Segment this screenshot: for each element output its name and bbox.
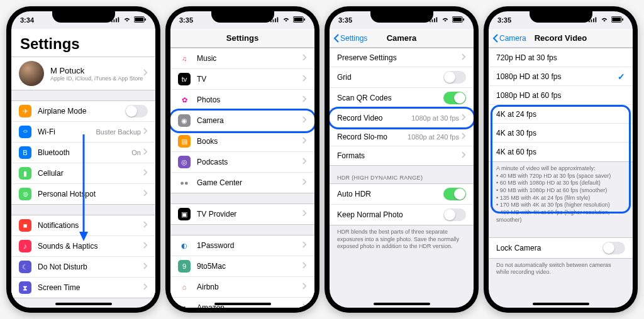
back-button[interactable]: Camera [492,34,526,43]
cell-1080p-hd-at-60-fps[interactable]: 1080p HD at 60 fps [489,86,633,105]
cell-formats[interactable]: Formats [330,146,474,165]
cell-tv-provider[interactable]: ▣TV Provider [170,204,314,224]
cell-detail: On [131,149,141,156]
cell-do-not-disturb[interactable]: ☾Do Not Disturb [11,257,155,278]
cell-label: Personal Hotspot [38,190,143,198]
battery-icon [611,16,624,24]
phone-3: 3:35 Settings Camera Preserve SettingsGr… [325,6,479,313]
cell-4k-at-30-fps[interactable]: 4K at 30 fps [489,124,633,143]
cell-books[interactable]: ▤Books [170,131,314,152]
cell-keep-normal-photo[interactable]: Keep Normal Photo [330,205,474,225]
home-indicator[interactable] [214,303,271,305]
toggle[interactable] [443,92,466,104]
cell-label: TV Provider [197,210,303,219]
phone-1: 3:34 Settings M Potuck Apple ID, iCloud,… [6,6,160,313]
app-icon: ♫ [178,52,191,65]
cell-tv[interactable]: tvTV [170,69,314,90]
app-icon: ⌔ [19,126,31,138]
svg-rect-29 [622,18,623,21]
chevron-right-icon [303,178,307,187]
svg-rect-11 [275,18,276,22]
app-icon: tv [178,73,191,85]
chevron-right-icon [143,127,148,136]
status-time: 3:35 [179,16,193,24]
cell-label: Podcasts [197,158,303,166]
cell-4k-at-24-fps[interactable]: 4K at 24 fps [489,105,633,124]
back-label: Settings [340,34,367,43]
cell-720p-hd-at-30-fps[interactable]: 720p HD at 30 fps [489,48,633,67]
status-time: 3:34 [20,16,34,24]
cell-label: Airbnb [197,283,303,291]
home-indicator[interactable] [533,303,589,305]
svg-rect-25 [593,18,594,22]
cell-podcasts[interactable]: ◎Podcasts [170,152,314,173]
home-indicator[interactable] [55,303,112,305]
settings-apps[interactable]: ♫MusictvTV✿Photos◉Camera▤Books◎Podcasts●… [170,48,314,308]
cell-game-center[interactable]: ●●Game Center [170,173,314,193]
toggle[interactable] [602,242,625,254]
cell-1password[interactable]: ◐1Password [170,235,314,256]
cell-9to5mac[interactable]: 99to5Mac [170,256,314,277]
avatar [19,61,44,86]
svg-rect-17 [432,19,433,22]
cell-record-slo-mo[interactable]: Record Slo-mo1080p at 240 fps [330,127,474,146]
cell-4k-at-60-fps[interactable]: 4K at 60 fps [489,143,633,161]
cell-notifications[interactable]: ■Notifications [11,215,155,236]
chevron-right-icon [143,283,148,292]
cell-scan-qr-codes[interactable]: Scan QR Codes [330,88,474,109]
cell-1080p-hd-at-30-fps[interactable]: 1080p HD at 30 fps✓ [489,67,633,86]
chevron-right-icon [303,54,307,63]
apple-id-cell[interactable]: M Potuck Apple ID, iCloud, iTunes & App … [11,57,155,90]
cell-preserve-settings[interactable]: Preserve Settings [330,48,474,67]
nav-bar: Settings Camera [330,29,474,48]
toggle[interactable] [443,188,466,200]
home-indicator[interactable] [374,303,430,305]
hdr-header: HDR (HIGH DYNAMIC RANGE) [330,166,474,183]
toggle[interactable] [443,71,466,84]
cell-label: Game Center [197,178,303,187]
profile-name: M Potuck [50,66,143,75]
back-label: Camera [499,34,526,43]
cell-music[interactable]: ♫Music [170,48,314,69]
toggle[interactable] [125,105,148,117]
app-icon: ✈ [19,105,31,117]
app-icon: ⌂ [178,281,191,293]
chevron-right-icon [303,116,307,125]
cell-screen-time[interactable]: ⧗Screen Time [11,278,155,298]
chevron-right-icon [303,137,307,146]
cell-photos[interactable]: ✿Photos [170,90,314,111]
chevron-right-icon [462,114,466,122]
cell-camera[interactable]: ◉Camera [170,111,314,131]
cell-sounds-haptics[interactable]: ♪Sounds & Haptics [11,236,155,257]
app-icon: ▣ [178,208,191,220]
record-video-settings[interactable]: 720p HD at 30 fps1080p HD at 30 fps✓1080… [489,48,633,308]
cell-airbnb[interactable]: ⌂Airbnb [170,277,314,298]
settings-root[interactable]: Settings M Potuck Apple ID, iCloud, iTun… [11,29,155,308]
cell-cellular[interactable]: ▮Cellular [11,163,155,184]
svg-rect-26 [596,18,597,23]
cell-record-video[interactable]: Record Video1080p at 30 fps [330,109,474,127]
cell-label: 9to5Mac [197,262,303,271]
cell-grid[interactable]: Grid [330,67,474,88]
app-icon: ●● [178,176,191,189]
cell-auto-hdr[interactable]: Auto HDR [330,184,474,205]
cell-bluetooth[interactable]: BBluetoothOn [11,143,155,163]
toggle[interactable] [443,208,466,221]
cell-label: Photos [197,95,303,104]
back-button[interactable]: Settings [333,34,367,43]
nav-title: Record Video [535,33,587,43]
app-icon: ■ [19,219,31,232]
cell-personal-hotspot[interactable]: ⊚Personal Hotspot [11,184,155,204]
cell-label: 4K at 30 fps [496,129,625,138]
app-icon: ⧗ [19,281,31,294]
chevron-right-icon [143,242,148,251]
cell-wi-fi[interactable]: ⌔Wi-FiBuster Backup [11,122,155,143]
status-time: 3:35 [497,16,511,24]
chevron-right-icon [303,303,307,308]
cell-lock-camera[interactable]: Lock Camera [489,238,633,258]
cell-label: Airplane Mode [38,107,125,116]
camera-settings[interactable]: Preserve SettingsGridScan QR CodesRecord… [330,48,474,308]
wifi-icon [123,16,131,24]
lock-footer: Do not automatically switch between came… [489,259,633,279]
cell-airplane-mode[interactable]: ✈Airplane Mode [11,101,155,122]
